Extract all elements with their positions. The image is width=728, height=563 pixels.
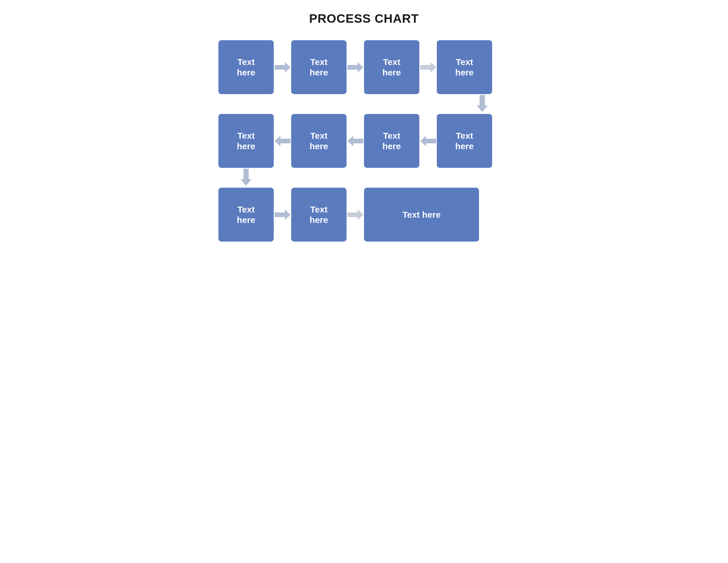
box-r2b1-label: Text here xyxy=(237,130,255,151)
box-r1b3[interactable]: Text here xyxy=(364,40,419,94)
down-arrow-2 xyxy=(241,169,252,186)
box-r2b3[interactable]: Text here xyxy=(364,114,419,168)
down-arrow-1 xyxy=(477,95,488,112)
arrow-r2-2-1 xyxy=(274,135,291,147)
box-r2b4[interactable]: Text here xyxy=(437,114,492,168)
box-r1b1-label: Text here xyxy=(237,57,255,78)
page-container: PROCESS CHART Text here Text here xyxy=(218,12,510,241)
box-r1b4-label: Text here xyxy=(455,57,473,78)
arrow-r3-1-2 xyxy=(274,209,291,220)
box-r2b4-label: Text here xyxy=(455,130,473,151)
row-2: Text here Text here Text here xyxy=(218,114,510,168)
svg-marker-1 xyxy=(347,62,363,73)
row-3: Text here Text here Text here xyxy=(218,188,510,241)
svg-marker-4 xyxy=(275,136,291,146)
arrow-r1-3-4 xyxy=(419,61,437,73)
svg-marker-0 xyxy=(275,62,291,73)
box-r1b2[interactable]: Text here xyxy=(291,40,347,94)
vert-connector-1 xyxy=(218,94,510,114)
arrow-r3-2-3 xyxy=(347,209,364,220)
box-r3b1-label: Text here xyxy=(237,204,255,225)
svg-marker-2 xyxy=(420,62,436,73)
svg-marker-6 xyxy=(420,136,436,146)
box-r1b3-label: Text here xyxy=(382,57,401,78)
box-r1b4[interactable]: Text here xyxy=(437,40,492,94)
svg-marker-9 xyxy=(347,209,363,220)
box-r3b1[interactable]: Text here xyxy=(218,188,274,241)
box-r3b2-label: Text here xyxy=(310,204,328,225)
box-r2b3-label: Text here xyxy=(382,130,401,151)
row-1: Text here Text here Text here xyxy=(218,40,510,94)
svg-marker-8 xyxy=(275,209,291,220)
arrow-r1-1-2 xyxy=(274,61,291,73)
arrow-r2-3-2 xyxy=(347,135,364,147)
svg-marker-3 xyxy=(477,95,488,112)
box-r3b3-label: Text here xyxy=(402,209,441,220)
box-r1b1[interactable]: Text here xyxy=(218,40,274,94)
box-r1b2-label: Text here xyxy=(310,57,328,78)
box-r3b2[interactable]: Text here xyxy=(291,188,347,241)
arrow-r1-2-3 xyxy=(347,61,364,73)
arrow-r2-4-3 xyxy=(419,135,437,147)
box-r2b2[interactable]: Text here xyxy=(291,114,347,168)
svg-marker-5 xyxy=(347,136,363,146)
page-title: PROCESS CHART xyxy=(218,12,510,26)
vert-connector-2 xyxy=(218,168,510,188)
svg-marker-7 xyxy=(241,169,252,186)
box-r2b2-label: Text here xyxy=(310,130,328,151)
box-r2b1[interactable]: Text here xyxy=(218,114,274,168)
chart-container: Text here Text here Text here xyxy=(218,40,510,241)
box-r3b3[interactable]: Text here xyxy=(364,188,479,241)
